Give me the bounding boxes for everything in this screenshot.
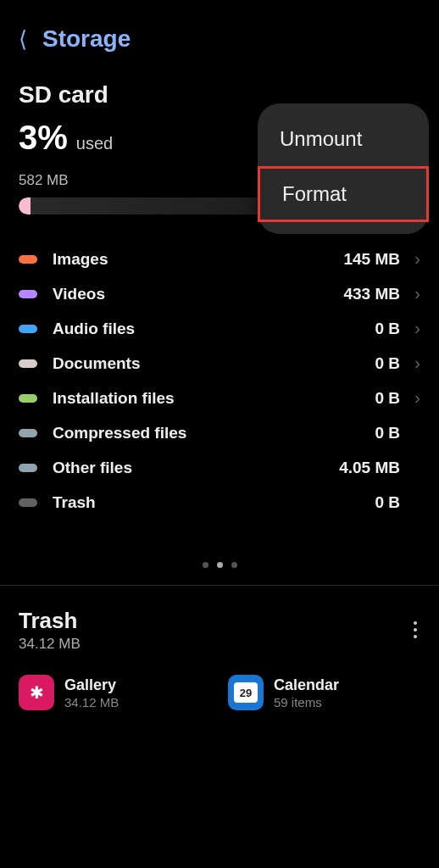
chevron-right-icon: › [408, 388, 420, 408]
page-title: Storage [42, 25, 131, 53]
chevron-right-icon: › [408, 319, 420, 338]
progress-fill [19, 198, 31, 214]
more-icon[interactable] [414, 618, 417, 642]
app-name: Gallery [64, 676, 119, 694]
pager-dot[interactable] [203, 562, 208, 568]
category-value: 0 B [375, 389, 400, 408]
header: ⟨ Storage [0, 0, 439, 63]
chevron-right-icon: › [408, 353, 420, 373]
pager-dot[interactable] [231, 562, 237, 568]
app-subtitle: 34.12 MB [64, 695, 119, 709]
trash-apps: ✱Gallery34.12 MB29Calendar59 items [19, 675, 420, 710]
category-row[interactable]: Videos433 MB› [19, 276, 420, 311]
page-indicator [19, 562, 420, 568]
category-row: Compressed files0 B› [19, 415, 420, 450]
category-label: Videos [53, 285, 343, 303]
category-value: 433 MB [343, 285, 400, 303]
trash-title: Trash [19, 608, 420, 634]
category-value: 145 MB [343, 250, 400, 269]
category-row[interactable]: Documents0 B› [19, 346, 420, 381]
category-label: Other files [53, 459, 339, 477]
category-label: Audio files [53, 320, 375, 338]
category-label: Trash [53, 493, 375, 512]
category-color-icon [19, 325, 37, 333]
category-label: Installation files [53, 389, 375, 408]
usage-percent: 3% [19, 119, 68, 157]
category-row[interactable]: Installation files0 B› [19, 381, 420, 415]
category-row: Trash0 B› [19, 485, 420, 520]
unmount-menu-item[interactable]: Unmount [258, 114, 429, 164]
trash-app-item[interactable]: ✱Gallery34.12 MB [19, 675, 211, 710]
divider [0, 585, 439, 586]
trash-app-item[interactable]: 29Calendar59 items [228, 675, 420, 710]
usage-label: used [76, 134, 113, 153]
category-value: 4.05 MB [339, 459, 400, 477]
category-row[interactable]: Images145 MB› [19, 242, 420, 276]
category-label: Images [53, 250, 343, 269]
category-value: 0 B [375, 354, 400, 373]
category-label: Documents [53, 354, 375, 373]
category-value: 0 B [375, 493, 400, 512]
category-list: Images145 MB›Videos433 MB›Audio files0 B… [19, 242, 420, 520]
category-value: 0 B [375, 424, 400, 442]
category-color-icon [19, 255, 37, 264]
app-name: Calendar [274, 676, 339, 694]
app-subtitle: 59 items [274, 695, 339, 709]
category-color-icon [19, 464, 37, 472]
category-color-icon [19, 359, 37, 368]
context-menu: Unmount Format [258, 103, 429, 234]
trash-section: Trash 34.12 MB ✱Gallery34.12 MB29Calenda… [0, 593, 439, 710]
category-color-icon [19, 394, 37, 403]
category-row: Other files4.05 MB› [19, 450, 420, 485]
chevron-right-icon: › [408, 249, 420, 269]
category-value: 0 B [375, 320, 400, 338]
back-icon[interactable]: ⟨ [19, 26, 27, 53]
chevron-right-icon: › [408, 284, 420, 303]
category-row[interactable]: Audio files0 B› [19, 311, 420, 346]
pager-dot-active[interactable] [217, 562, 223, 568]
gallery-icon: ✱ [19, 675, 54, 710]
category-color-icon [19, 429, 37, 437]
format-menu-item[interactable]: Format [258, 166, 429, 222]
category-color-icon [19, 498, 37, 507]
category-label: Compressed files [53, 424, 375, 442]
category-color-icon [19, 290, 37, 298]
trash-size: 34.12 MB [19, 636, 420, 653]
calendar-icon: 29 [228, 675, 264, 710]
